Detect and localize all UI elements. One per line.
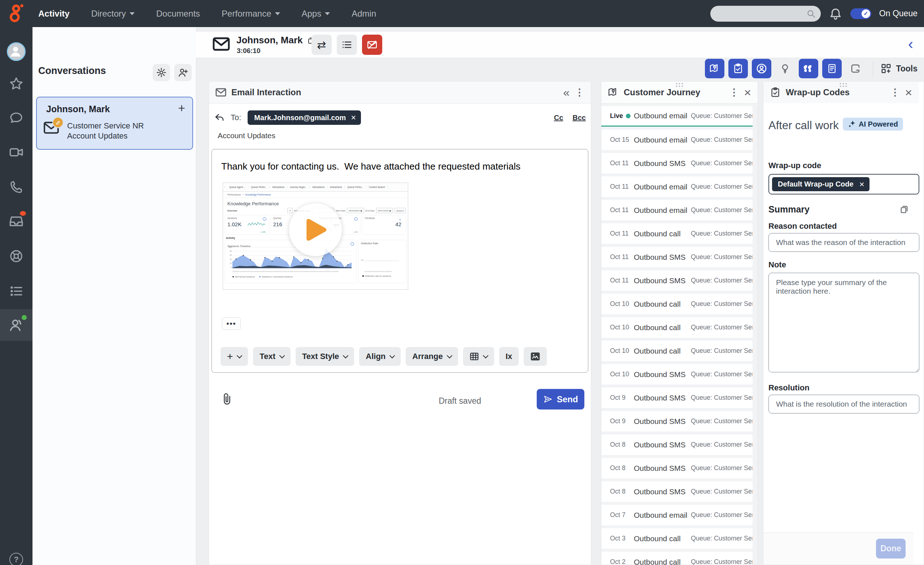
- wrapup-menu-icon[interactable]: ⋮: [890, 87, 900, 98]
- tools-button[interactable]: Tools: [880, 63, 918, 74]
- collapse-panel-icon[interactable]: «: [563, 86, 570, 99]
- drag-handle[interactable]: [676, 83, 683, 87]
- nav-item-apps[interactable]: Apps: [302, 9, 330, 19]
- video-icon[interactable]: [9, 145, 24, 160]
- bcc-link[interactable]: Bcc: [573, 114, 586, 122]
- journey-row[interactable]: Oct 15 Outbound email Queue: Customer Se…: [602, 129, 753, 150]
- journey-row[interactable]: Oct 9 Outbound SMS Queue: Customer Ser..…: [602, 388, 753, 408]
- agent-interactions-icon[interactable]: [8, 317, 24, 333]
- conversation-card[interactable]: Johnson, Mark + Customer Service NR Acco…: [36, 97, 193, 150]
- nav-item-directory[interactable]: Directory: [92, 9, 135, 19]
- recipient-chip[interactable]: Mark.Johnson@gmail.com ×: [248, 110, 361, 125]
- remove-recipient-icon[interactable]: ×: [351, 112, 356, 123]
- journey-row[interactable]: Oct 10 Outbound call Queue: Customer Ser…: [602, 340, 753, 361]
- journey-row[interactable]: Oct 10 Outbound SMS Queue: Customer Ser.…: [602, 364, 753, 385]
- align-menu-button[interactable]: Align: [359, 347, 400, 366]
- search-icon[interactable]: [806, 9, 816, 18]
- drag-handle[interactable]: [840, 83, 848, 87]
- wrapup-toggle-icon[interactable]: [728, 59, 748, 78]
- queue-list-icon[interactable]: [9, 284, 24, 298]
- journey-row[interactable]: Oct 8 Outbound SMS Queue: Customer Ser..…: [602, 458, 753, 478]
- journey-row[interactable]: Oct 9 Outbound SMS Queue: Customer Ser..…: [602, 411, 753, 432]
- journey-row[interactable]: Oct 11 Outbound SMS Queue: Customer Ser.…: [602, 270, 753, 291]
- avatar[interactable]: [7, 42, 26, 61]
- inbox-badge: [20, 211, 26, 216]
- conversations-settings-button[interactable]: [153, 64, 170, 81]
- email-compose-box[interactable]: Thank you for contacting us. We have att…: [212, 149, 588, 373]
- on-queue-toggle[interactable]: ✓: [850, 8, 871, 19]
- video-dashboard-tabs: ‹Queue Agent ...Queue Perfor...Interacti…: [223, 183, 408, 192]
- journey-row[interactable]: Oct 8 Outbound SMS Queue: Customer Ser..…: [602, 481, 753, 502]
- nav-item-documents[interactable]: Documents: [156, 9, 200, 19]
- scripts-scroll-icon[interactable]: [846, 59, 865, 78]
- journey-row[interactable]: Oct 11 Outbound SMS Queue: Customer Ser.…: [602, 247, 753, 267]
- journey-row[interactable]: Oct 10 Outbound call Queue: Customer Ser…: [602, 317, 753, 338]
- video-play-button[interactable]: [289, 204, 342, 256]
- global-search-input[interactable]: [717, 9, 806, 19]
- support-ring-icon[interactable]: [9, 249, 24, 263]
- reason-contacted-input[interactable]: [768, 233, 919, 252]
- embedded-video-thumbnail[interactable]: ‹Queue Agent ...Queue Perfor...Interacti…: [223, 183, 408, 290]
- send-button[interactable]: Send: [537, 389, 584, 409]
- journey-row[interactable]: Oct 3 Outbound call Queue: Customer Ser.…: [602, 528, 753, 549]
- journey-row[interactable]: Oct 7 Outbound email Queue: Customer Ser…: [602, 505, 753, 525]
- remove-code-icon[interactable]: ×: [860, 179, 864, 189]
- notes-doc-icon[interactable]: [822, 59, 842, 78]
- email-body-text[interactable]: Thank you for contacting us. We have att…: [221, 161, 520, 172]
- nav-item-performance[interactable]: Performance: [222, 9, 280, 19]
- journey-menu-icon[interactable]: ⋮: [729, 87, 739, 98]
- journey-row[interactable]: Oct 11 Outbound SMS Queue: Customer Ser.…: [602, 153, 753, 174]
- wrapup-close-icon[interactable]: ×: [905, 87, 912, 98]
- journey-row[interactable]: Oct 2 Outbound call Queue: Customer Ser.…: [602, 552, 753, 565]
- add-interaction-icon[interactable]: +: [178, 101, 185, 115]
- genesys-logo-icon[interactable]: [6, 3, 27, 24]
- attachment-paperclip-icon[interactable]: [220, 392, 234, 406]
- transfer-button[interactable]: ⇄: [312, 34, 332, 55]
- journey-row[interactable]: Oct 11 Outbound email Queue: Customer Se…: [602, 177, 753, 197]
- help-icon[interactable]: ?: [9, 553, 23, 565]
- cc-link[interactable]: Cc: [554, 114, 563, 122]
- profile-toggle-icon[interactable]: [752, 59, 771, 78]
- copy-summary-icon[interactable]: [899, 204, 909, 214]
- journey-row-date: Oct 11: [610, 230, 629, 237]
- journey-row[interactable]: Oct 11 Outbound call Queue: Customer Ser…: [602, 223, 753, 244]
- responses-quote-icon[interactable]: [799, 59, 818, 78]
- journey-row[interactable]: Oct 11 Outbound email Queue: Customer Se…: [602, 200, 753, 220]
- insert-image-button[interactable]: [524, 347, 547, 366]
- journey-row[interactable]: Oct 8 Outbound SMS Queue: Customer Ser..…: [602, 435, 753, 455]
- add-conversation-button[interactable]: [174, 64, 192, 81]
- nav-item-admin[interactable]: Admin: [351, 9, 376, 19]
- notifications-bell-icon[interactable]: [829, 7, 842, 21]
- nav-item-activity[interactable]: Activity: [38, 9, 70, 19]
- journey-row[interactable]: Live Outbound email Queue: Customer Ser.…: [602, 106, 753, 127]
- journey-row[interactable]: Oct 10 Outbound call Queue: Customer Ser…: [602, 294, 753, 314]
- note-textarea[interactable]: [768, 273, 919, 372]
- suggestions-bulb-icon[interactable]: [775, 59, 795, 78]
- inbox-icon[interactable]: [9, 214, 24, 229]
- journey-row-type: Outbound SMS: [634, 159, 691, 168]
- video-tab: Queue Perfor...: [345, 186, 366, 188]
- insert-button[interactable]: +: [220, 347, 248, 366]
- wrapup-code-input[interactable]: Default Wrap-up Code ×: [768, 174, 919, 195]
- ai-powered-badge: AI Powered: [843, 118, 903, 130]
- more-options-button[interactable]: •••: [222, 318, 241, 330]
- collapse-right-chevron-icon[interactable]: ‹: [908, 34, 913, 53]
- favorites-star-icon[interactable]: [9, 76, 24, 91]
- arrange-menu-button[interactable]: Arrange: [406, 347, 458, 366]
- end-email-button[interactable]: [362, 34, 382, 55]
- email-subject[interactable]: Account Updates: [218, 131, 275, 140]
- kebab-menu-icon[interactable]: ⋮: [574, 87, 584, 98]
- interaction-details-button[interactable]: [337, 34, 357, 55]
- phone-icon[interactable]: [9, 180, 24, 195]
- resolution-input[interactable]: [768, 395, 919, 414]
- text-style-menu-button[interactable]: Text Style: [296, 347, 354, 366]
- chat-icon[interactable]: [9, 111, 24, 125]
- customer-journey-toggle-icon[interactable]: [705, 59, 724, 78]
- table-menu-button[interactable]: [463, 347, 494, 366]
- wrapup-code-chip[interactable]: Default Wrap-up Code ×: [772, 177, 870, 191]
- done-button[interactable]: Done: [876, 539, 906, 559]
- wrapup-body: After call work AI Powered Wrap-up code …: [764, 103, 919, 565]
- clear-format-button[interactable]: Ix: [499, 347, 519, 366]
- journey-close-icon[interactable]: ×: [744, 87, 751, 98]
- text-menu-button[interactable]: Text: [253, 347, 291, 366]
